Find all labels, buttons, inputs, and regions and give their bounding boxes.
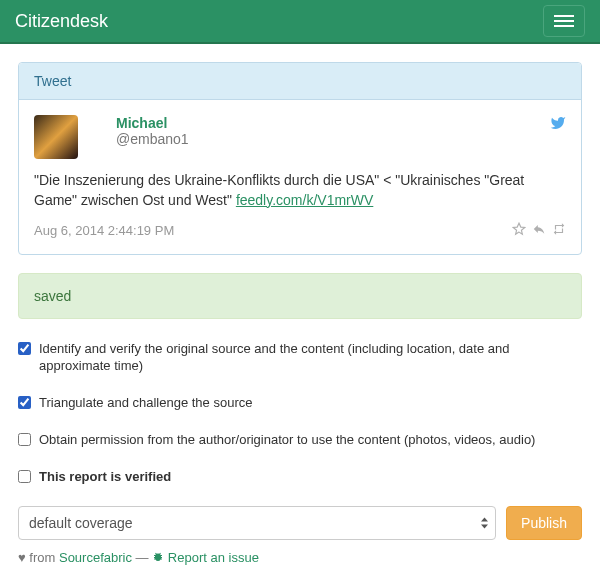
reply-icon[interactable] xyxy=(532,222,546,239)
panel-heading: Tweet xyxy=(19,63,581,100)
coverage-select[interactable]: default coverage xyxy=(18,506,496,540)
navbar: Citizendesk xyxy=(0,0,600,44)
retweet-icon[interactable] xyxy=(552,222,566,239)
tweet-footer: Aug 6, 2014 2:44:19 PM xyxy=(34,222,566,239)
check-identify-row: Identify and verify the original source … xyxy=(18,341,582,375)
panel-body: Michael @embano1 "Die Inszenierung des U… xyxy=(19,100,581,254)
check-triangulate-label[interactable]: Triangulate and challenge the source xyxy=(39,395,252,412)
avatar[interactable] xyxy=(34,115,78,159)
brand[interactable]: Citizendesk xyxy=(15,11,108,32)
nav-toggle-button[interactable] xyxy=(543,5,585,37)
twitter-icon[interactable] xyxy=(550,115,566,134)
tweet-header: Michael @embano1 xyxy=(34,115,566,159)
check-permission-row: Obtain permission from the author/origin… xyxy=(18,432,582,449)
coverage-select-wrap: default coverage xyxy=(18,506,496,540)
check-triangulate-row: Triangulate and challenge the source xyxy=(18,395,582,412)
footer-from: from xyxy=(29,550,55,565)
author-handle: @embano1 xyxy=(116,131,189,147)
check-verified-row: This report is verified xyxy=(18,469,582,486)
sourcefabric-link[interactable]: Sourcefabric xyxy=(59,550,132,565)
check-verified[interactable] xyxy=(18,470,31,483)
star-icon[interactable] xyxy=(512,222,526,239)
report-issue-link[interactable]: Report an issue xyxy=(168,550,259,565)
check-permission-label[interactable]: Obtain permission from the author/origin… xyxy=(39,432,535,449)
footer: ♥ from Sourcefabric — Report an issue xyxy=(18,550,582,565)
alert-saved: saved xyxy=(18,273,582,319)
author-name[interactable]: Michael xyxy=(116,115,189,131)
tweet-panel: Tweet Michael @embano1 "Die Inszenierung… xyxy=(18,62,582,255)
tweet-link[interactable]: feedly.com/k/V1mrWV xyxy=(236,192,373,208)
check-identify-label[interactable]: Identify and verify the original source … xyxy=(39,341,582,375)
main-container: Tweet Michael @embano1 "Die Inszenierung… xyxy=(0,44,600,566)
bug-icon xyxy=(152,550,168,565)
publish-button[interactable]: Publish xyxy=(506,506,582,540)
check-verified-label[interactable]: This report is verified xyxy=(39,469,171,486)
tweet-user: Michael @embano1 xyxy=(116,115,189,147)
heart-icon: ♥ xyxy=(18,550,26,565)
check-identify[interactable] xyxy=(18,342,31,355)
action-row: default coverage Publish xyxy=(18,506,582,540)
tweet-text: "Die Inszenierung des Ukraine-Konflikts … xyxy=(34,171,566,210)
tweet-timestamp: Aug 6, 2014 2:44:19 PM xyxy=(34,223,174,238)
check-triangulate[interactable] xyxy=(18,396,31,409)
check-permission[interactable] xyxy=(18,433,31,446)
footer-dash: — xyxy=(136,550,149,565)
tweet-actions xyxy=(512,222,566,239)
